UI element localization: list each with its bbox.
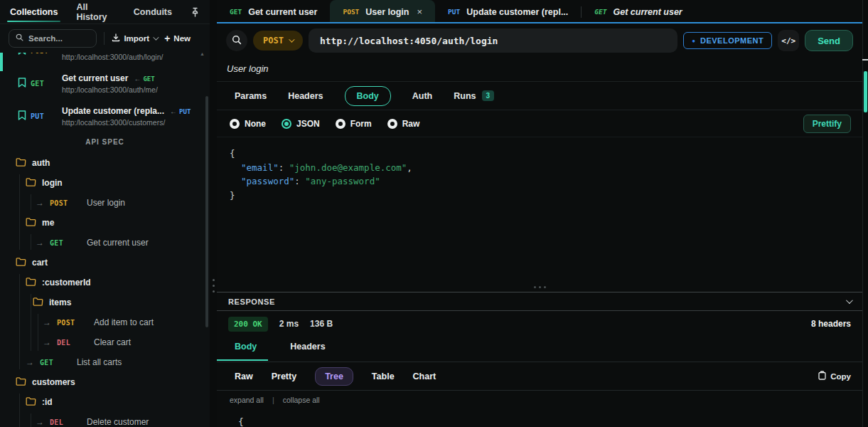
json-line: "email": "john.doe@example.com", [230, 161, 862, 175]
tab-update-customer[interactable]: PUT Update customer (repl... [435, 0, 581, 23]
radio-form[interactable]: Form [336, 119, 372, 129]
tab-auth[interactable]: Auth [412, 91, 432, 101]
tree-folder-auth[interactable]: auth [0, 153, 210, 173]
back-arrow-icon: ← [134, 75, 141, 83]
view-chart[interactable]: Chart [413, 371, 436, 381]
arrow-right-icon: → [36, 417, 44, 427]
sidebar-tab-all-history[interactable]: All History [76, 0, 114, 23]
send-button[interactable]: Send [805, 30, 853, 51]
url-input[interactable] [309, 28, 677, 53]
expand-all-link[interactable]: expand all [230, 396, 264, 404]
view-pretty[interactable]: Pretty [272, 371, 296, 381]
sidebar-tab-collections[interactable]: Collections [10, 0, 58, 23]
import-button[interactable]: Import [112, 33, 157, 43]
recent-item-title: Update customer (repla...←PUT [62, 106, 210, 116]
scroll-tick [862, 59, 868, 60]
divider [104, 32, 105, 45]
response-json-root[interactable]: { [238, 416, 862, 427]
recent-item-title: Get current user←GET [62, 73, 210, 83]
chevron-down-icon [289, 36, 294, 42]
tab-runs[interactable]: Runs 3 [454, 90, 494, 101]
sidebar-resize-handle[interactable] [210, 0, 217, 427]
sidebar-tab-conduits[interactable]: Conduits [134, 0, 172, 23]
arrow-right-icon: → [43, 337, 51, 347]
import-icon [112, 33, 120, 43]
tree-request-add-item-to-cart[interactable]: → POST Add item to cart [0, 312, 210, 332]
runs-count-badge: 3 [482, 90, 495, 101]
response-header[interactable]: RESPONSE [217, 292, 862, 311]
view-tree[interactable]: Tree [315, 367, 353, 386]
recent-item[interactable]: GET Get current user←GET http:/localhost… [0, 67, 210, 100]
close-tab-icon[interactable]: × [417, 6, 422, 17]
recent-item[interactable]: POST User login http:/localhost:3000/aut… [0, 53, 210, 67]
radio-none[interactable]: None [230, 119, 266, 129]
search-box[interactable] [9, 29, 97, 48]
tab-headers[interactable]: Headers [288, 91, 323, 101]
headers-count[interactable]: 8 headers [811, 319, 851, 329]
tab-params[interactable]: Params [235, 91, 267, 101]
tree-request-get-current-user[interactable]: → GET Get current user [0, 233, 210, 253]
tree-request-user-login[interactable]: → POST User login [0, 193, 210, 213]
search-requests-button[interactable] [226, 30, 247, 51]
view-table[interactable]: Table [372, 371, 395, 381]
view-raw[interactable]: Raw [235, 371, 253, 381]
tree-folder-login[interactable]: login [0, 173, 210, 193]
tab-body[interactable]: Body [345, 86, 391, 106]
response-tab-headers[interactable]: Headers [272, 342, 341, 360]
tree-folder-me[interactable]: me [0, 213, 210, 233]
back-arrow-icon: ← [170, 107, 177, 115]
request-tree: auth login → POST User login me → GET Ge… [0, 153, 210, 427]
tree-request-list-all-carts[interactable]: → GET List all carts [0, 352, 210, 372]
copy-button[interactable]: Copy [818, 371, 851, 381]
search-input[interactable] [28, 34, 85, 43]
tree-folder-customers[interactable]: customers [0, 372, 210, 392]
response-view-selector: Raw Pretty Tree Table Chart Copy [217, 362, 862, 391]
method-dropdown[interactable]: POST [253, 31, 303, 51]
tab-get-current-user[interactable]: GET Get current user [217, 0, 330, 23]
folder-icon [26, 217, 36, 228]
recent-item[interactable]: PUT Update customer (repla...←PUT http:/… [0, 100, 210, 132]
json-body-editor[interactable]: { "email": "john.doe@example.com", "pass… [217, 137, 862, 202]
arrow-right-icon: → [26, 357, 34, 367]
recent-item-url: http:/localhost:3000/auth/login/ [62, 53, 210, 61]
tree-request-delete-customer[interactable]: → DEL Delete customer [0, 412, 210, 427]
radio-icon [387, 119, 397, 129]
collapse-all-link[interactable]: collapse all [283, 396, 320, 404]
pin-icon[interactable] [191, 7, 200, 17]
tree-folder-id[interactable]: :id [0, 392, 210, 412]
request-pane-tabs: Params Headers Body Auth Runs 3 [217, 82, 862, 110]
response-panel: RESPONSE 200 OK 2 ms 136 B 8 headers Bod… [217, 292, 862, 427]
response-time: 2 ms [279, 319, 299, 329]
tab-get-current-user-preview[interactable]: GET Get current user [582, 0, 695, 23]
pane-resize-handle[interactable] [534, 286, 546, 288]
radio-json[interactable]: JSON [282, 119, 320, 129]
response-tab-body[interactable]: Body [217, 342, 272, 360]
code-snippet-button[interactable]: </> [778, 30, 799, 51]
tree-folder-items[interactable]: items [0, 292, 210, 312]
tree-folder-cart[interactable]: cart [0, 253, 210, 273]
new-button[interactable]: + New [164, 33, 198, 44]
search-icon [16, 33, 23, 43]
folder-icon [16, 376, 26, 388]
tree-request-clear-cart[interactable]: → DEL Clear cart [0, 332, 210, 352]
radio-icon [336, 119, 345, 129]
bookmark-icon [18, 53, 26, 57]
scroll-indicator-strip[interactable] [862, 0, 868, 427]
folder-icon [26, 396, 36, 408]
tree-folder-customerid[interactable]: :customerId [0, 273, 210, 292]
folder-icon [26, 277, 36, 288]
scroll-thumb[interactable] [864, 71, 867, 112]
chevron-down-icon [846, 297, 853, 304]
bookmark-icon [18, 78, 26, 90]
radio-raw[interactable]: Raw [387, 119, 420, 129]
sidebar-scrollbar[interactable] [205, 96, 208, 327]
folder-icon [16, 157, 26, 169]
tab-underline [217, 22, 862, 24]
prettify-button[interactable]: Prettify [803, 115, 851, 133]
tab-user-login[interactable]: POST User login × [330, 0, 435, 23]
environment-badge[interactable]: ● DEVELOPMENT [683, 32, 772, 49]
arrow-right-icon: → [36, 238, 44, 248]
recent-item-url: http:/localhost:3000/customers/ [62, 118, 210, 127]
response-size: 136 B [310, 319, 333, 329]
sidebar-actions: Import + New [0, 24, 210, 53]
